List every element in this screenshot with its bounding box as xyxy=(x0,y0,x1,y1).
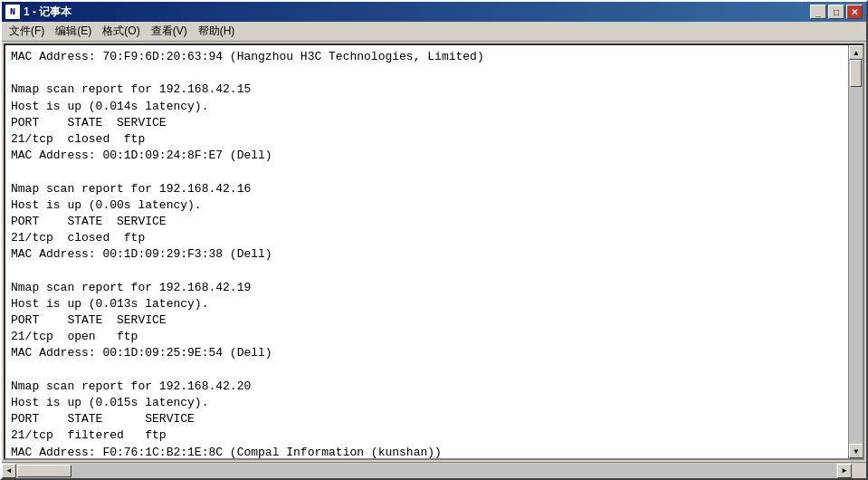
close-button[interactable]: ✕ xyxy=(846,5,863,19)
vertical-scrollbar: ▲ ▼ xyxy=(848,45,863,458)
menu-view[interactable]: 查看(V) xyxy=(146,22,193,41)
text-editor[interactable]: MAC Address: 70:F9:6D:20:63:94 (Hangzhou… xyxy=(5,45,848,458)
scroll-left-button[interactable]: ◄ xyxy=(2,464,16,478)
horizontal-scrollbar: ◄ ► xyxy=(2,463,852,478)
title-bar: N 1 - 记事本 _ □ ✕ xyxy=(2,2,866,22)
app-icon-text: N xyxy=(10,7,15,17)
window-title: 1 - 记事本 xyxy=(24,5,72,20)
menu-edit[interactable]: 编辑(E) xyxy=(50,22,97,41)
app-icon: N xyxy=(5,5,20,19)
content-area: MAC Address: 70:F9:6D:20:63:94 (Hangzhou… xyxy=(4,43,864,460)
scroll-track-x[interactable] xyxy=(17,464,836,478)
menu-bar: 文件(F) 编辑(E) 格式(O) 查看(V) 帮助(H) xyxy=(2,22,866,42)
scroll-thumb-y[interactable] xyxy=(850,60,862,87)
main-window: N 1 - 记事本 _ □ ✕ 文件(F) 编辑(E) 格式(O) 查看(V) … xyxy=(0,0,868,480)
maximize-button[interactable]: □ xyxy=(828,5,844,19)
menu-help[interactable]: 帮助(H) xyxy=(193,22,241,41)
scroll-right-button[interactable]: ► xyxy=(837,464,852,478)
scroll-thumb-x[interactable] xyxy=(17,465,72,477)
scroll-down-button[interactable]: ▼ xyxy=(849,444,863,458)
bottom-area: ◄ ► xyxy=(2,462,866,478)
scroll-track-y[interactable] xyxy=(849,60,863,444)
menu-format[interactable]: 格式(O) xyxy=(97,22,145,41)
title-bar-buttons: _ □ ✕ xyxy=(810,5,863,19)
minimize-button[interactable]: _ xyxy=(810,5,826,19)
scrollbar-corner xyxy=(852,463,866,477)
title-bar-left: N 1 - 记事本 xyxy=(5,5,72,20)
menu-file[interactable]: 文件(F) xyxy=(4,22,50,41)
scroll-up-button[interactable]: ▲ xyxy=(849,45,863,60)
